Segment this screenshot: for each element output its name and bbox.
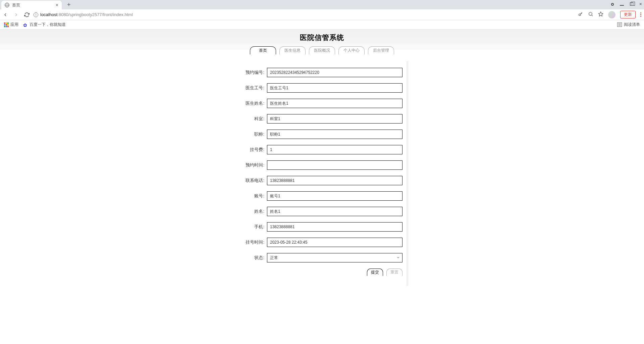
field-reg-fee: 挂号费 — [241, 145, 402, 154]
nav-tabs: 首页 医生信息 医院概况 个人中心 后台管理 — [0, 46, 644, 54]
bookmark-reading-list[interactable]: 阅读清单 — [617, 22, 640, 28]
page-banner: 医院信管系统 — [0, 30, 644, 44]
url-box[interactable]: i localhost:8080/springbooty2577/front/i… — [34, 12, 574, 17]
svg-point-1 — [589, 12, 592, 15]
baidu-paw-icon: ✿ — [23, 22, 28, 27]
label: 状态 — [241, 255, 264, 261]
submit-button[interactable]: 提交 — [367, 268, 383, 276]
appointment-time-input[interactable] — [267, 160, 402, 170]
browser-user-icon[interactable] — [611, 1, 614, 7]
nav-icons — [3, 12, 30, 17]
tab-admin[interactable]: 后台管理 — [368, 46, 394, 54]
reg-time-input[interactable] — [267, 238, 402, 247]
page-title: 医院信管系统 — [0, 33, 644, 42]
back-icon[interactable] — [3, 12, 8, 17]
appointment-no-input[interactable] — [267, 68, 402, 77]
field-doctor-id: 医生工号 — [241, 83, 402, 93]
label: 挂号时间 — [241, 239, 264, 245]
browser-chrome: 首页 × + × i localhost:8080/springbooty257… — [0, 0, 644, 30]
profile-avatar-icon[interactable] — [608, 11, 615, 18]
field-title: 职称 — [241, 130, 402, 139]
url-host: localhost — [40, 12, 57, 17]
url-text: localhost:8080/springbooty2577/front/ind… — [40, 12, 133, 17]
reading-list-label: 阅读清单 — [624, 22, 640, 28]
field-status: 状态 正常 — [241, 253, 402, 262]
label: 挂号费 — [241, 147, 264, 153]
bookmark-baidu-label: 百度一下，你就知道 — [30, 22, 66, 28]
reload-icon[interactable] — [24, 12, 30, 17]
url-port: :8080 — [57, 12, 68, 17]
label: 预约时间 — [241, 162, 264, 168]
tab-doctor-info[interactable]: 医生信息 — [279, 46, 306, 54]
field-appointment-time: 预约时间 — [241, 160, 402, 170]
close-window-icon[interactable]: × — [639, 1, 642, 7]
contact-phone-input[interactable] — [267, 176, 402, 185]
mobile-input[interactable] — [267, 222, 402, 232]
bookmark-baidu[interactable]: ✿ 百度一下，你就知道 — [23, 22, 66, 28]
name-input[interactable] — [267, 207, 402, 216]
label: 姓名 — [241, 208, 264, 214]
search-icon[interactable] — [588, 11, 593, 18]
svg-marker-2 — [598, 12, 603, 16]
tab-hospital-overview[interactable]: 医院概况 — [309, 46, 335, 54]
address-bar-right: 更新 — [578, 11, 641, 18]
new-tab-button[interactable]: + — [67, 1, 71, 8]
field-reg-time: 挂号时间 — [241, 238, 402, 247]
label: 职称 — [241, 131, 264, 137]
status-value: 正常 — [270, 255, 278, 261]
form-panel: 预约编号 医生工号 医生姓名 科室 职称 挂号费 预约时间 联系电话 — [238, 61, 406, 286]
label: 科室 — [241, 116, 264, 122]
bookmark-bar: 应用 ✿ 百度一下，你就知道 阅读清单 — [0, 20, 644, 30]
forward-icon[interactable] — [13, 12, 19, 17]
doctor-name-input[interactable] — [267, 99, 402, 108]
update-button[interactable]: 更新 — [620, 11, 636, 18]
tab-title: 首页 — [12, 2, 53, 8]
star-icon[interactable] — [598, 11, 603, 18]
field-department: 科室 — [241, 114, 402, 124]
page-content: 医院信管系统 首页 医生信息 医院概况 个人中心 后台管理 预约编号 医生工号 … — [0, 30, 644, 344]
close-tab-icon[interactable]: × — [56, 2, 58, 8]
reset-button[interactable]: 重置 — [386, 268, 402, 276]
field-name: 姓名 — [241, 207, 402, 216]
browser-tab[interactable]: 首页 × — [1, 1, 62, 9]
maximize-icon[interactable] — [630, 1, 633, 7]
field-appointment-no: 预约编号 — [241, 68, 402, 77]
label: 预约编号 — [241, 69, 264, 76]
reg-fee-input[interactable] — [267, 145, 402, 154]
site-info-icon[interactable]: i — [34, 12, 38, 17]
label: 医生工号 — [241, 85, 264, 91]
field-account: 账号 — [241, 191, 402, 201]
label: 账号 — [241, 193, 264, 199]
menu-icon[interactable] — [640, 12, 641, 17]
reading-list-icon — [617, 22, 622, 27]
globe-icon — [5, 3, 9, 7]
svg-point-0 — [579, 14, 581, 15]
tab-bar: 首页 × + × — [0, 0, 644, 9]
form-actions: 提交 重置 — [241, 268, 402, 276]
apps-grid-icon — [4, 22, 9, 27]
key-icon[interactable] — [578, 11, 583, 18]
field-doctor-name: 医生姓名 — [241, 99, 402, 108]
field-contact-phone: 联系电话 — [241, 176, 402, 185]
bookmark-apps[interactable]: 应用 — [4, 22, 18, 28]
address-bar: i localhost:8080/springbooty2577/front/i… — [0, 9, 644, 20]
title-input[interactable] — [267, 130, 402, 139]
tab-personal-center[interactable]: 个人中心 — [338, 46, 365, 54]
account-input[interactable] — [267, 191, 402, 201]
tab-home[interactable]: 首页 — [250, 46, 276, 54]
minimize-icon[interactable] — [620, 1, 624, 7]
url-path: /springbooty2577/front/index.html — [68, 12, 133, 17]
field-mobile: 手机 — [241, 222, 402, 232]
department-input[interactable] — [267, 114, 402, 124]
label: 联系电话 — [241, 178, 264, 184]
label: 医生姓名 — [241, 100, 264, 106]
status-select[interactable]: 正常 — [267, 253, 402, 262]
bookmark-apps-label: 应用 — [10, 22, 18, 28]
doctor-id-input[interactable] — [267, 83, 402, 93]
label: 手机 — [241, 224, 264, 230]
window-controls: × — [611, 1, 642, 7]
